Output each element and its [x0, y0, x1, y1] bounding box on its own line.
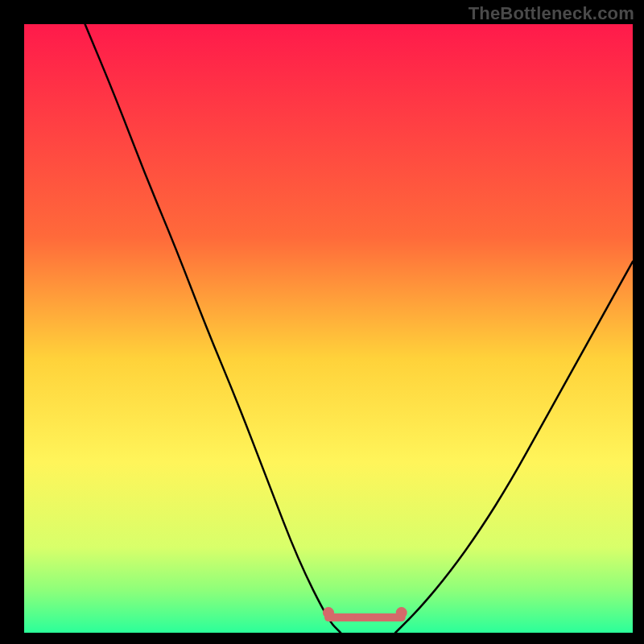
plot-background — [24, 24, 633, 633]
flat-zone-cap-right — [396, 607, 407, 618]
bottleneck-chart — [0, 0, 644, 644]
flat-zone-cap-left — [323, 607, 334, 618]
flat-zone-bump — [384, 615, 390, 621]
chart-frame: TheBottleneck.com — [0, 0, 644, 644]
flat-zone-bump — [340, 615, 346, 621]
flat-zone-bump — [369, 615, 375, 621]
flat-zone-bump — [354, 615, 361, 621]
watermark-text: TheBottleneck.com — [469, 3, 634, 24]
